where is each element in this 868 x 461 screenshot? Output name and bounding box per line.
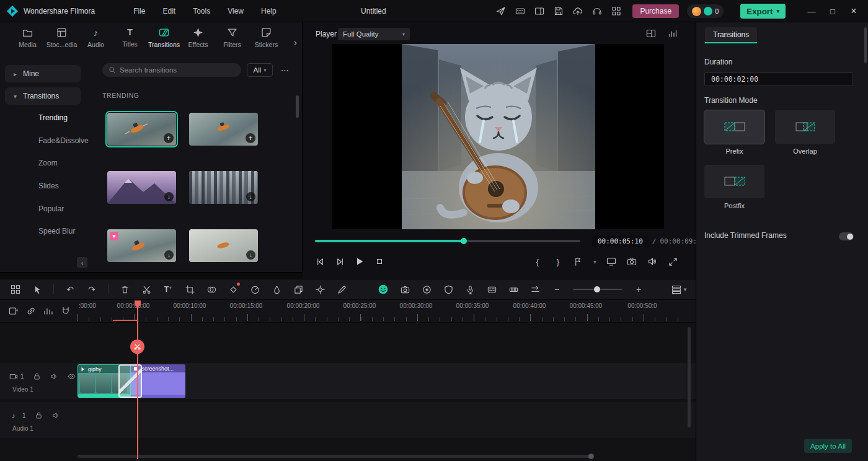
download-icon[interactable]: ↓ — [246, 192, 255, 201]
playback-progress-bar[interactable] — [315, 240, 580, 242]
motion-tracking-icon[interactable] — [314, 284, 326, 295]
tab-effects[interactable]: Effects — [182, 27, 215, 48]
lock-icon[interactable] — [32, 372, 42, 381]
share-icon[interactable] — [495, 6, 507, 17]
zoom-out-icon[interactable]: − — [551, 284, 562, 295]
copy-effects-icon[interactable] — [293, 284, 304, 295]
tab-titles[interactable]: T Titles — [113, 27, 146, 48]
zoom-slider-handle[interactable] — [594, 286, 600, 292]
tab-filters[interactable]: Filters — [216, 27, 249, 48]
track-meter-icon[interactable] — [43, 306, 53, 316]
snapshot-icon[interactable] — [399, 284, 410, 295]
scroll-zoom-handle[interactable] — [588, 454, 594, 459]
add-keyframe-icon[interactable] — [228, 284, 239, 295]
shortcut-keyboard-icon[interactable] — [515, 6, 526, 17]
applied-transition-dissolve[interactable] — [118, 364, 142, 398]
menu-help[interactable]: Help — [261, 7, 277, 15]
speed-icon[interactable] — [249, 284, 260, 295]
apply-to-all-button[interactable]: Apply to All — [804, 439, 852, 453]
add-text-icon[interactable]: T+ — [162, 284, 174, 295]
add-marker-button[interactable] — [573, 256, 584, 267]
tab-transitions[interactable]: Transitions — [148, 27, 180, 48]
account-credits[interactable]: 0 — [687, 4, 724, 18]
preview-layout-icon[interactable] — [646, 29, 656, 38]
view-toggle-chevron[interactable]: ▾ — [682, 284, 688, 295]
split-at-playhead-button[interactable] — [130, 340, 144, 354]
next-frame-button[interactable] — [334, 256, 345, 267]
track-view-toggle-icon[interactable] — [671, 284, 682, 295]
duration-input[interactable]: 00:00:02:00 — [704, 72, 853, 86]
redo-icon[interactable]: ↷ — [86, 284, 97, 295]
sidebar-item-zoom[interactable]: Zoom — [5, 154, 81, 172]
mark-out-button[interactable]: } — [552, 256, 564, 267]
add-transition-icon[interactable]: + — [164, 133, 174, 143]
screen-record-icon[interactable] — [421, 284, 432, 295]
filter-dropdown[interactable]: All ▾ — [247, 63, 273, 77]
transition-item-fade[interactable]: + — [189, 113, 258, 146]
timeline-vertical-scrollbar[interactable] — [688, 327, 691, 428]
close-button[interactable]: × — [846, 3, 862, 19]
timeline-zoom-slider[interactable] — [573, 289, 622, 290]
download-icon[interactable]: ↓ — [164, 192, 174, 201]
audio-stretch-icon[interactable] — [508, 284, 519, 295]
menu-tools[interactable]: Tools — [193, 7, 210, 15]
ai-assistant-icon[interactable] — [378, 284, 389, 295]
media-browser-icon[interactable] — [10, 284, 21, 295]
include-trimmed-toggle[interactable] — [839, 232, 854, 240]
progress-handle[interactable] — [461, 238, 467, 244]
video-track-lane[interactable]: giphy Screenshot... — [78, 363, 686, 399]
sidebar-item-slides[interactable]: Slides — [5, 177, 81, 195]
effects-mask-icon[interactable] — [443, 284, 454, 295]
support-headset-icon[interactable] — [591, 6, 603, 17]
marker-dropdown-chevron[interactable]: ▾ — [593, 258, 596, 265]
sidebar-group-mine[interactable]: ▸ Mine — [5, 65, 81, 82]
hide-track-eye-icon[interactable] — [67, 372, 76, 381]
sidebar-group-transitions[interactable]: ▾ Transitions — [5, 87, 81, 105]
manage-tracks-icon[interactable] — [9, 306, 19, 316]
mute-track-icon[interactable] — [51, 411, 61, 420]
menu-view[interactable]: View — [228, 7, 244, 15]
search-input[interactable] — [120, 66, 235, 74]
lock-icon[interactable] — [34, 411, 43, 420]
fullscreen-icon[interactable] — [667, 256, 678, 267]
panel-scrollbar[interactable] — [296, 95, 299, 269]
select-tool-icon[interactable] — [32, 284, 43, 295]
collapse-sidebar-button[interactable]: ‹ — [77, 257, 87, 268]
tab-stickers[interactable]: Stickers — [250, 27, 283, 48]
blend-mask-icon[interactable] — [206, 284, 217, 295]
video-preview[interactable] — [332, 44, 664, 229]
transition-item-dissolve-03[interactable]: ↓ — [107, 171, 176, 204]
transition-item-dissolve[interactable]: + — [107, 113, 176, 146]
auto-ripple-icon[interactable] — [529, 284, 541, 295]
download-icon[interactable]: ↓ — [246, 250, 255, 260]
mode-prefix-button[interactable] — [704, 110, 764, 144]
stop-button[interactable] — [374, 256, 385, 267]
delete-icon[interactable] — [119, 284, 130, 295]
edit-brush-icon[interactable] — [336, 284, 347, 295]
transition-item-warp-zoom-6[interactable]: ↓ — [189, 171, 258, 204]
mode-postfix-button[interactable] — [704, 165, 764, 198]
more-options-button[interactable]: ⋯ — [278, 63, 293, 77]
tabs-overflow-chevron[interactable]: › — [294, 37, 297, 48]
save-icon[interactable] — [553, 6, 564, 17]
layout-icon[interactable] — [534, 6, 545, 17]
crop-icon[interactable] — [184, 284, 195, 295]
export-button[interactable]: Export ▾ — [740, 4, 786, 19]
quality-dropdown[interactable]: Full Quality ▾ — [338, 28, 410, 40]
timeline-ruler[interactable]: :00:00 00:00:05:00 00:00:10:00 00:00:15:… — [78, 302, 687, 321]
split-scissors-icon[interactable] — [141, 284, 152, 295]
audio-track-lane[interactable] — [78, 402, 686, 438]
play-button[interactable] — [354, 256, 365, 267]
link-clips-icon[interactable] — [26, 306, 36, 316]
apps-grid-icon[interactable] — [611, 6, 622, 17]
volume-icon[interactable] — [647, 256, 658, 267]
mute-track-icon[interactable] — [50, 372, 59, 381]
purchase-button[interactable]: Purchase — [632, 4, 679, 18]
mark-in-button[interactable]: { — [532, 256, 543, 267]
minimize-button[interactable]: — — [804, 3, 820, 19]
cloud-upload-icon[interactable] — [572, 6, 583, 17]
voiceover-mic-icon[interactable] — [464, 284, 476, 295]
tab-media[interactable]: Media — [11, 27, 44, 48]
mode-overlap-button[interactable] — [775, 110, 835, 144]
scopes-icon[interactable] — [668, 29, 678, 38]
